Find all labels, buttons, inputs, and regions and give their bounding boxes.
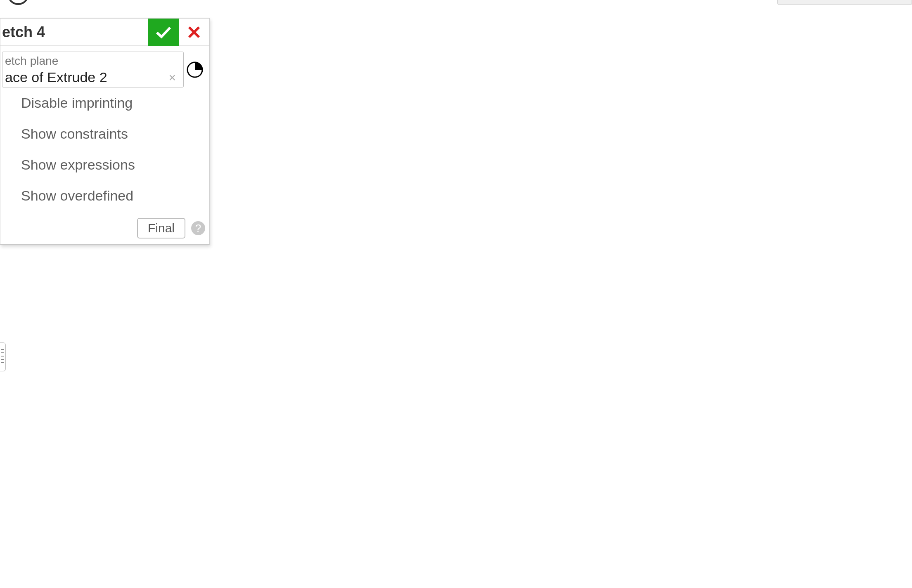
cancel-button[interactable] (179, 19, 209, 46)
final-button[interactable]: Final (137, 218, 185, 239)
toolbar-search[interactable] (777, 0, 912, 5)
clear-selection-button[interactable]: × (166, 71, 178, 85)
front-plane (297, 314, 834, 588)
svg-marker-19 (519, 390, 531, 399)
svg-line-11 (668, 371, 739, 462)
svg-point-13 (590, 484, 648, 502)
confirm-button[interactable] (148, 19, 179, 46)
svg-point-8 (666, 369, 670, 374)
show-expressions-checkbox[interactable]: Show expressions (2, 149, 206, 180)
sketch-feature-panel: etch 4 etch plane ace of Extrude 2 × (0, 18, 210, 245)
svg-point-6 (548, 260, 789, 475)
dimension-leader (446, 388, 541, 413)
checkbox-label: Show overdefined (21, 188, 133, 204)
panel-expand-handle[interactable] (0, 342, 6, 371)
help-icon[interactable]: ? (191, 221, 205, 235)
svg-line-10 (615, 256, 668, 371)
panel-title: etch 4 (0, 24, 148, 41)
svg-marker-4 (537, 35, 760, 326)
sketch-plane-label: etch plane (5, 54, 178, 68)
top-plane-label: Top (386, 136, 411, 152)
svg-point-15 (618, 524, 629, 532)
sketch-plane[interactable]: Sketch 4 (425, 248, 875, 491)
sketch-plane-field[interactable]: etch plane ace of Extrude 2 × (2, 52, 184, 87)
model-cylinder[interactable] (524, 256, 813, 588)
pie-icon (186, 61, 204, 78)
svg-marker-5 (215, 326, 813, 588)
checkbox-label: Disable imprinting (21, 95, 133, 111)
mate-connector-button[interactable] (184, 52, 206, 87)
panel-header: etch 4 (0, 19, 209, 46)
close-icon (187, 26, 201, 39)
front-plane-label: Front (305, 324, 336, 338)
svg-marker-3 (277, 132, 817, 578)
checkbox-label: Show expressions (21, 157, 135, 173)
svg-point-16 (624, 533, 636, 540)
diameter-dimension[interactable]: Ø50 (376, 369, 446, 452)
show-overdefined-checkbox[interactable]: Show overdefined (2, 180, 206, 211)
sketch-plane-value: ace of Extrude 2 (5, 69, 107, 85)
main-toolbar (0, 0, 912, 2)
svg-point-9 (732, 456, 740, 464)
svg-line-18 (446, 393, 531, 406)
checkbox-label: Show constraints (21, 126, 128, 142)
show-constraints-checkbox[interactable]: Show constraints (2, 118, 206, 149)
svg-point-17 (631, 541, 642, 548)
svg-point-14 (611, 516, 623, 524)
dimension-value: Ø50 (395, 401, 426, 420)
sketch-plane-label: Sketch 4 (436, 255, 500, 272)
check-icon (155, 25, 172, 39)
top-plane (289, 37, 826, 588)
disable-imprinting-checkbox[interactable]: Disable imprinting (2, 87, 206, 118)
svg-line-7 (656, 301, 668, 458)
svg-line-12 (718, 462, 739, 569)
